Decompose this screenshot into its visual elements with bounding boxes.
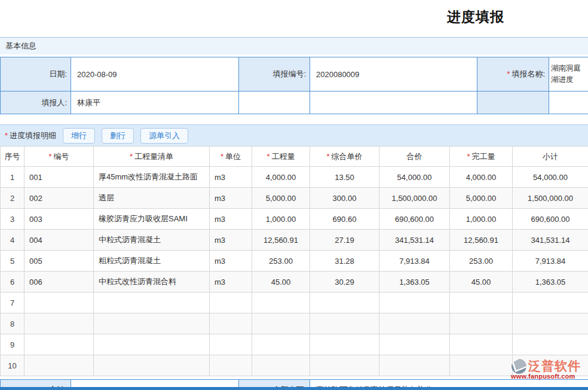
- grid-cell[interactable]: [310, 292, 379, 313]
- grid-cell[interactable]: [379, 355, 450, 376]
- column-header-5: *综合单价: [310, 147, 379, 167]
- grid-cell[interactable]: 粗粒式沥青混凝土: [94, 251, 210, 272]
- row-index-cell: 7: [1, 292, 24, 313]
- grid-cell[interactable]: [210, 334, 252, 355]
- grid-cell[interactable]: 690,600.00: [379, 209, 450, 230]
- grid-cell[interactable]: [450, 334, 513, 355]
- grid-cell[interactable]: m3: [210, 251, 252, 272]
- grid-cell[interactable]: 4,000.00: [252, 167, 310, 188]
- delete-row-button[interactable]: 删行: [102, 128, 134, 144]
- grid-cell[interactable]: [379, 292, 450, 313]
- grid-cell[interactable]: m3: [210, 167, 252, 188]
- grid-cell[interactable]: [24, 355, 94, 376]
- grid-cell[interactable]: 中粒式沥青混凝土: [94, 230, 210, 251]
- grid-cell[interactable]: 54,000.00: [379, 167, 450, 188]
- grid-cell[interactable]: [94, 313, 210, 334]
- grid-cell[interactable]: 5,000.00: [450, 188, 513, 209]
- grid-cell[interactable]: [252, 292, 310, 313]
- grid-cell[interactable]: 45.00: [252, 272, 310, 292]
- grid-cell[interactable]: 27.19: [310, 230, 379, 251]
- grid-cell[interactable]: [210, 313, 252, 334]
- grid-cell[interactable]: 1,000.00: [450, 209, 513, 230]
- grid-cell[interactable]: 253.00: [450, 251, 513, 272]
- source-import-button[interactable]: 源单引入: [140, 128, 188, 144]
- grid-cell[interactable]: 1,000.00: [252, 209, 310, 230]
- grid-cell[interactable]: [310, 355, 379, 376]
- table-row: 6006中粒式改性沥青混合料m345.0030.291,363.0545.001…: [1, 272, 588, 292]
- basic-info-form: 日期: 2020-08-09 填报编号: 2020080009 *填报名称: 湖…: [0, 57, 588, 114]
- grid-cell[interactable]: 30.29: [310, 272, 379, 292]
- grid-cell[interactable]: [513, 334, 588, 355]
- row-index-cell: 3: [1, 209, 24, 230]
- grid-cell[interactable]: 厚45mm改性沥青混凝土路面: [94, 167, 210, 188]
- grid-cell[interactable]: [310, 313, 379, 334]
- row-index-cell: 1: [1, 167, 24, 188]
- grid-cell[interactable]: 002: [24, 188, 94, 209]
- grid-cell[interactable]: 7,913.84: [379, 251, 450, 272]
- grid-cell[interactable]: 1,363.05: [513, 272, 588, 292]
- column-header-4: *工程量: [252, 147, 310, 167]
- grid-cell[interactable]: [513, 313, 588, 334]
- grid-cell[interactable]: m3: [210, 209, 252, 230]
- grid-cell[interactable]: 中粒式改性沥青混合料: [94, 272, 210, 292]
- grid-cell[interactable]: 690,600.00: [513, 209, 588, 230]
- grid-cell[interactable]: m3: [210, 272, 252, 292]
- grid-cell[interactable]: m3: [210, 230, 252, 251]
- grid-cell[interactable]: [379, 334, 450, 355]
- grid-cell[interactable]: [252, 334, 310, 355]
- report-number-label: 填报编号:: [239, 57, 310, 92]
- add-row-button[interactable]: 增行: [63, 128, 95, 144]
- grid-cell[interactable]: 006: [24, 272, 94, 292]
- grid-cell[interactable]: [513, 292, 588, 313]
- grid-cell[interactable]: 1,363.05: [379, 272, 450, 292]
- grid-cell[interactable]: [450, 292, 513, 313]
- report-number-field[interactable]: 2020080009: [310, 57, 477, 92]
- grid-cell[interactable]: [450, 355, 513, 376]
- grid-cell[interactable]: [94, 292, 210, 313]
- grid-cell[interactable]: [379, 313, 450, 334]
- grid-cell[interactable]: 005: [24, 251, 94, 272]
- grid-cell[interactable]: 7,913.84: [513, 251, 588, 272]
- grid-cell[interactable]: [310, 334, 379, 355]
- grid-cell[interactable]: 橡胶沥青应力吸收层SAMI: [94, 209, 210, 230]
- grid-cell[interactable]: [94, 355, 210, 376]
- grid-cell[interactable]: 透层: [94, 188, 210, 209]
- grid-cell[interactable]: [24, 334, 94, 355]
- grid-cell[interactable]: [24, 313, 94, 334]
- table-row: 5005粗粒式沥青混凝土m3253.0031.287,913.84253.007…: [1, 251, 588, 272]
- grid-cell[interactable]: [252, 313, 310, 334]
- grid-cell[interactable]: [24, 292, 94, 313]
- grid-cell[interactable]: 12,560.91: [252, 230, 310, 251]
- grid-cell[interactable]: 001: [24, 167, 94, 188]
- grid-cell[interactable]: [210, 292, 252, 313]
- basic-info-section-header: 基本信息: [0, 37, 588, 54]
- grid-cell[interactable]: 54,000.00: [513, 167, 588, 188]
- grid-cell[interactable]: [450, 313, 513, 334]
- vendor-logo[interactable]: 泛普软件 www.fanpusoft.com: [511, 358, 587, 380]
- grid-cell[interactable]: 45.00: [450, 272, 513, 292]
- vendor-logo-icon: [511, 358, 527, 374]
- grid-cell[interactable]: 13.50: [310, 167, 379, 188]
- grid-cell[interactable]: 4,000.00: [450, 167, 513, 188]
- grid-cell[interactable]: 253.00: [252, 251, 310, 272]
- grid-cell[interactable]: 003: [24, 209, 94, 230]
- grid-cell[interactable]: m3: [210, 188, 252, 209]
- column-header-3: *单位: [210, 147, 252, 167]
- grid-cell[interactable]: [210, 355, 252, 376]
- grid-cell[interactable]: 1,500,000.00: [379, 188, 450, 209]
- grid-cell[interactable]: 5,000.00: [252, 188, 310, 209]
- report-name-field[interactable]: 湖南洞庭湖进度: [549, 57, 588, 92]
- reporter-field[interactable]: 林康平: [71, 92, 239, 114]
- grid-cell[interactable]: [252, 355, 310, 376]
- grid-cell[interactable]: 004: [24, 230, 94, 251]
- grid-cell[interactable]: 341,531.14: [513, 230, 588, 251]
- grid-cell[interactable]: 690.60: [310, 209, 379, 230]
- date-field[interactable]: 2020-08-09: [71, 57, 239, 92]
- grid-cell[interactable]: 1,500,000.00: [513, 188, 588, 209]
- grid-cell[interactable]: 31.28: [310, 251, 379, 272]
- required-marker: *: [507, 69, 510, 78]
- grid-cell[interactable]: 341,531.14: [379, 230, 450, 251]
- grid-cell[interactable]: 300.00: [310, 188, 379, 209]
- grid-cell[interactable]: 12,560.91: [450, 230, 513, 251]
- grid-cell[interactable]: [94, 334, 210, 355]
